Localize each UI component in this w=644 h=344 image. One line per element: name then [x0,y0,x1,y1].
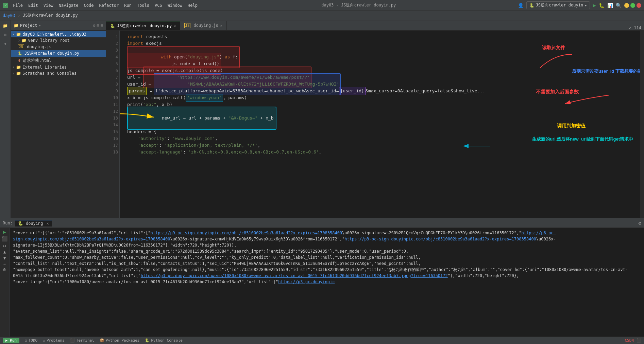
tree-venv[interactable]: › 📁 venv library root [11,37,106,43]
python-console-label: Python Console [151,338,183,343]
todo-btn[interactable]: ☑ TODO [25,338,37,343]
run-btn[interactable]: ▶ Run [3,338,19,343]
tree-main-py[interactable]: 🐍 JS逆向crawler douyin.py [11,50,106,57]
vertical-toolbar: 📁 ⊞ ★ [0,20,11,218]
run-config-label: JS逆向crawler douyin [536,2,583,8]
code-content[interactable]: ⠀import requests ⠀import execjs ⠀ with o… [120,31,640,218]
tree-html[interactable]: H 请求堆栈.html [11,57,106,64]
run-scroll-down[interactable]: ▼ [3,256,6,260]
tree-external-libs[interactable]: › 📁 External Libraries [11,64,106,70]
menu-bar[interactable]: File Edit View Navigate Code Refactor Ru… [11,2,200,8]
code-line-8: ⠀user_id = 'MS4wLjABAAAA2WKmH-8lEtK72YjL… [124,81,636,88]
run-output[interactable]: "cover_url":[{"uri":"c8510002be9a3a61aad… [10,228,644,337]
profile-icon[interactable]: 👤 [518,3,524,8]
sidebar-expand-icon[interactable]: ⊞ [101,23,103,28]
menu-file[interactable]: File [11,2,25,8]
main-layout: 📁 ⊞ ★ 📁 Project ▾ ⚙ ⊟ ⊞ ▾ 📁 day03 E:\cra… [0,20,644,218]
run-link-5[interactable]: https://p3-pc.douyinpic [278,279,335,284]
project-view-btn[interactable]: 📁 [1,22,10,30]
structure-btn[interactable]: ⊞ [1,31,10,39]
tab-js-label: douying.js [194,23,218,28]
code-line-5: ⠀ js_code = f.read() [124,60,636,67]
project-tab-label[interactable]: day03 [3,13,15,18]
run-wrap-toggle[interactable]: ⇔ [3,262,6,266]
code-line-10: ⠀x_b = js_compile.call( 'window.yuan' , … [124,94,636,101]
menu-help[interactable]: Help [186,2,200,8]
terminal-label: Terminal [76,338,94,343]
tab-js-icon: JS [184,23,190,28]
menu-run[interactable]: Run [122,2,134,8]
sidebar: 📁 Project ▾ ⚙ ⊟ ⊞ ▾ 📁 day03 E:\crawler\.… [11,20,106,218]
run-gear-icon[interactable]: ⚙ [639,220,641,226]
html-file-icon: H [18,58,20,63]
menu-vcs[interactable]: VCS [153,2,164,8]
problems-icon: ⚠ [43,338,45,343]
run-scroll-up[interactable]: ▲ [3,250,6,254]
tab-main-py[interactable]: 🐍 JS逆向crawler douyin.py ✕ [106,21,180,30]
sidebar-collapse-icon[interactable]: ⊟ [97,23,99,28]
terminal-icon: ⬛ [70,338,75,343]
run-link-4[interactable]: https://p3-pc.douyinpic.com/aweme/1080x1… [141,273,448,278]
run-tab-label: douying [26,221,43,226]
terminal-btn[interactable]: ⬛ Terminal [70,338,94,343]
file-tree: ▾ 📁 day03 E:\crawler\...\day03 › 📁 venv … [11,31,106,77]
js-filename-label: douying.js [27,44,51,49]
python-console-btn[interactable]: 🐍 Python Console [145,338,183,343]
root-label: day03 E:\crawler\...\day03 [22,32,86,37]
code-editor[interactable]: 1 2 3 4 5 6 7 8 9 10 11 12 13 14 15 16 1… [106,31,644,218]
run-tab-close-icon[interactable]: ✕ [46,221,49,226]
run-stop-control[interactable]: ⬛ [2,236,7,241]
python-packages-icon: 📦 [100,338,104,343]
sidebar-project-icon: 📁 [14,23,19,28]
menu-window[interactable]: Window [166,2,184,8]
sidebar-header: 📁 Project ▾ ⚙ ⊟ ⊞ [11,20,106,31]
run-coverage-btn[interactable]: 📊 [607,3,613,8]
ext-chevron-icon: › [12,65,15,70]
app-icon: P [3,3,8,8]
run-config-py-icon: 🐍 [529,3,535,8]
code-line-13: ⠀ new_url = url + params + "&X-Bogus=" +… [124,115,636,122]
line-col-indicator: ✓ 114 [629,25,641,30]
sidebar-gear-icon[interactable]: ⚙ [93,23,95,28]
menu-navigate[interactable]: Navigate [57,2,81,8]
tab-bar: 🐍 JS逆向crawler douyin.py ✕ JS douying.js … [106,20,644,31]
sidebar-dropdown-icon[interactable]: ▾ [39,23,41,28]
js-file-icon: JS [18,44,24,49]
run-clear-btn[interactable]: 🗑 [3,268,6,272]
run-rerun-control[interactable]: ↺ [3,243,6,248]
venv-label: venv library root [28,38,70,43]
menu-edit[interactable]: Edit [26,2,40,8]
menu-view[interactable]: View [41,2,55,8]
csdn-label[interactable]: CSDN [625,338,634,343]
search-btn[interactable]: 🔍 [616,3,622,8]
run-douying-tab[interactable]: 🐍 douying ✕ [15,220,52,227]
maximize-btn[interactable] [630,3,635,8]
run-play-btn[interactable]: ▶ [593,2,596,8]
tree-douying-js[interactable]: JS douying.js [11,43,106,50]
favorites-btn[interactable]: ★ [1,39,10,48]
menu-tools[interactable]: Tools [135,2,151,8]
problems-btn[interactable]: ⚠ Problems [43,338,65,343]
run-debug-btn[interactable]: 🐛 [599,3,605,8]
run-config[interactable]: 🐍 JS逆向crawler douyin ▾ [526,1,590,9]
window-controls [624,3,641,8]
tab-js-close[interactable]: ✕ [220,24,222,28]
tree-scratches[interactable]: › 📁 Scratches and Consoles [11,70,106,76]
python-packages-btn[interactable]: 📦 Python Packages [100,338,139,343]
run-link-1[interactable]: https://p9-pc-sign.douyinpic.com/obj/c85… [151,231,342,235]
tree-root-folder[interactable]: ▾ 📁 day03 E:\crawler\...\day03 [11,31,106,37]
live-icon: ⬛ [637,338,641,343]
ext-folder-icon: 📁 [16,65,21,70]
menu-code[interactable]: Code [82,2,96,8]
run-content-wrapper: ▶ ⬛ ↺ ▲ ▼ ⇔ 🗑 "cover_url":[{"uri":"c8510… [0,228,644,337]
python-console-icon: 🐍 [145,338,150,343]
tab-py-close[interactable]: ✕ [174,24,176,28]
menu-refactor[interactable]: Refactor [97,2,121,8]
right-scrollbar-gutter[interactable] [640,31,644,218]
title-bar: P File Edit View Navigate Code Refactor … [0,0,644,11]
run-link-3[interactable]: https://p3-pc-sign.douyinpic.com/obj/c85… [344,237,536,241]
run-play-control[interactable]: ▶ [3,229,6,235]
close-btn[interactable] [637,3,641,8]
tab-js[interactable]: JS douying.js ✕ [180,21,227,30]
minimize-btn[interactable] [624,3,629,8]
